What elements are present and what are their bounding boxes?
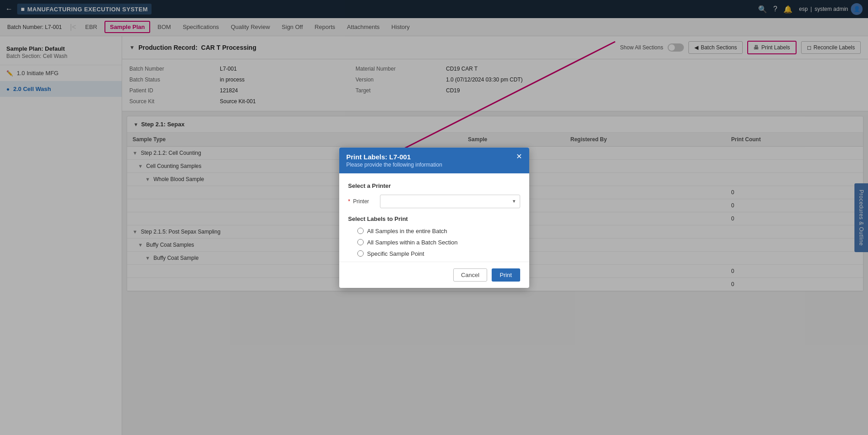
modal-header-text: Print Labels: L7-001 Please provide the … (346, 153, 442, 168)
required-star: * (348, 198, 351, 205)
modal-subtitle: Please provide the following information (346, 162, 442, 168)
radio-label-batch-section: All Samples within a Batch Section (367, 239, 458, 246)
radio-group: All Samples in the entire Batch All Samp… (348, 228, 520, 257)
printer-form-row: * Printer ▼ (348, 195, 520, 208)
printer-select[interactable] (380, 195, 520, 208)
select-printer-section-title: Select a Printer (348, 182, 520, 189)
modal-title: Print Labels: L7-001 (346, 153, 442, 161)
modal-footer: Cancel Print (339, 262, 529, 288)
radio-input-specific[interactable] (357, 250, 364, 257)
radio-all-batch[interactable]: All Samples in the entire Batch (357, 228, 520, 234)
print-button[interactable]: Print (492, 268, 520, 282)
modal-header: Print Labels: L7-001 Please provide the … (339, 148, 529, 173)
modal-overlay: Print Labels: L7-001 Please provide the … (0, 0, 868, 435)
radio-batch-section[interactable]: All Samples within a Batch Section (357, 239, 520, 246)
modal-body: Select a Printer * Printer ▼ Select Labe… (339, 173, 529, 262)
printer-select-wrapper: ▼ (380, 195, 520, 208)
print-labels-modal: Print Labels: L7-001 Please provide the … (339, 148, 529, 288)
radio-input-all-batch[interactable] (357, 228, 364, 234)
printer-label: * Printer (348, 198, 375, 205)
radio-label-specific: Specific Sample Point (367, 250, 424, 257)
radio-input-batch-section[interactable] (357, 239, 364, 245)
select-labels-section-title: Select Labels to Print (348, 215, 520, 222)
cancel-button[interactable]: Cancel (453, 268, 487, 282)
modal-close-button[interactable]: ✕ (516, 153, 522, 160)
radio-label-all-batch: All Samples in the entire Batch (367, 228, 447, 234)
radio-specific[interactable]: Specific Sample Point (357, 250, 520, 257)
